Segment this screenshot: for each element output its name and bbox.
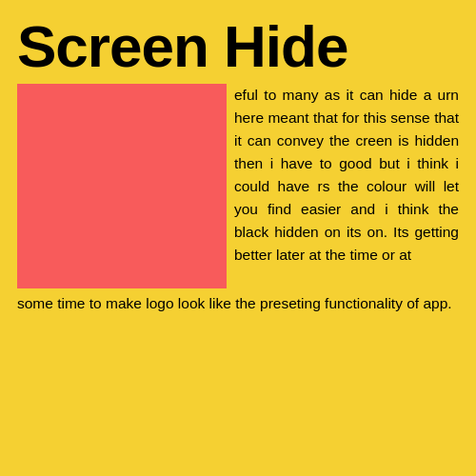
bottom-text-block: some time to make logo look like the pre… [17,292,459,315]
red-box [17,84,227,288]
page-container: Screen Hide eful to many as it can hide … [0,0,476,476]
page-title: Screen Hide [17,17,459,76]
main-text-block: eful to many as it can hide a urn here m… [234,84,459,288]
content-area: eful to many as it can hide a urn here m… [17,84,459,288]
